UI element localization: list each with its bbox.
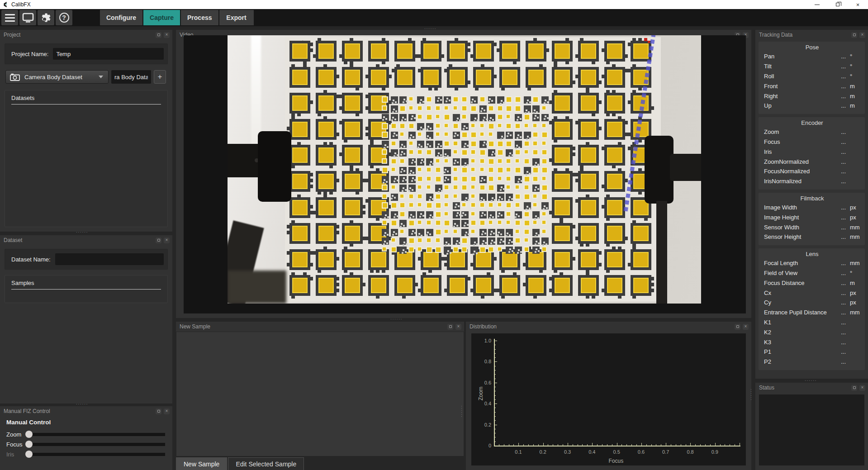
splitter-handle[interactable]: ······ — [460, 406, 464, 418]
close-panel-button[interactable]: × — [164, 408, 170, 414]
board-small-square — [506, 202, 512, 208]
dataset-name-input[interactable] — [55, 253, 164, 265]
restore-button[interactable] — [827, 0, 848, 9]
board-marker-square — [633, 252, 649, 267]
board-marker-tab — [291, 165, 295, 168]
board-small-square — [461, 247, 467, 252]
splitter-handle[interactable]: ······ — [390, 317, 403, 321]
help-button[interactable]: ? — [56, 10, 72, 25]
samples-list[interactable]: Samples — [5, 275, 168, 303]
add-dataset-button[interactable]: + — [154, 70, 166, 84]
board-small-square — [479, 123, 484, 128]
x-axis-tick — [646, 444, 647, 446]
board-marker-tab — [572, 257, 575, 261]
board-marker-tab — [565, 168, 569, 171]
board-marker-tab — [303, 64, 307, 67]
splitter-handle[interactable]: ······ — [805, 378, 817, 383]
float-panel-button[interactable] — [156, 32, 161, 38]
close-panel-button[interactable]: × — [859, 385, 865, 391]
board-aruco-marker — [461, 211, 469, 218]
fiz-panel-title: Manual FIZ Control — [4, 408, 50, 414]
slider-track[interactable] — [29, 433, 165, 436]
x-axis-tick — [661, 444, 661, 446]
board-small-square — [399, 132, 404, 137]
close-panel-button[interactable]: × — [743, 324, 749, 330]
slider-track[interactable] — [29, 453, 165, 456]
menu-button[interactable] — [1, 10, 18, 25]
board-marker-tab — [575, 54, 579, 58]
new-dataset-name-input[interactable] — [111, 70, 151, 84]
slider-handle[interactable] — [25, 431, 33, 438]
float-panel-button[interactable] — [447, 324, 453, 330]
close-panel-button[interactable]: × — [455, 324, 461, 330]
board-marker-tab — [580, 168, 583, 171]
splitter-handle[interactable]: ······ — [424, 26, 436, 31]
board-marker-tab — [370, 270, 374, 273]
close-panel-button[interactable]: × — [164, 237, 170, 243]
slider-handle[interactable] — [25, 441, 33, 448]
tab-new-sample[interactable]: New Sample — [176, 457, 227, 470]
settings-button[interactable] — [38, 10, 54, 25]
board-marker-tab — [434, 87, 438, 90]
board-marker-tab — [625, 237, 628, 240]
float-panel-button[interactable] — [156, 237, 161, 243]
float-panel-button[interactable] — [851, 385, 857, 391]
datasets-list[interactable]: Datasets — [5, 90, 168, 227]
board-marker-tab — [318, 38, 321, 41]
project-name-input[interactable] — [53, 48, 164, 60]
tab-process[interactable]: Process — [181, 10, 218, 25]
board-aruco-marker — [453, 202, 460, 209]
board-small-square — [524, 229, 530, 235]
board-marker-tab — [493, 289, 497, 292]
dataset-type-dropdown[interactable]: Camera Body Dataset — [5, 70, 109, 84]
focus-slider[interactable] — [25, 441, 166, 448]
float-panel-button[interactable] — [851, 32, 857, 38]
board-marker-square — [318, 226, 334, 241]
y-axis-tick — [494, 395, 496, 396]
board-marker-tab — [481, 295, 484, 299]
board-marker-square — [633, 226, 649, 241]
tab-edit-selected-sample[interactable]: Edit Selected Sample — [228, 457, 304, 470]
display-button[interactable] — [19, 10, 36, 25]
board-small-square — [399, 105, 406, 112]
zoom-slider[interactable] — [25, 431, 166, 438]
board-small-square — [488, 220, 493, 225]
tab-capture[interactable]: Capture — [143, 10, 180, 25]
splitter-handle[interactable]: ······ — [749, 389, 754, 401]
x-tick-label: 0.8 — [687, 449, 693, 455]
minimize-button[interactable] — [807, 0, 827, 9]
board-small-square — [541, 247, 547, 252]
slider-handle[interactable] — [25, 451, 33, 458]
board-marker-square — [555, 122, 570, 137]
board-marker-tab — [370, 165, 374, 168]
float-panel-button[interactable] — [735, 324, 740, 330]
board-marker-square — [345, 95, 360, 111]
board-small-square — [541, 123, 546, 128]
splitter-handle[interactable]: ······ — [76, 402, 88, 406]
close-panel-button[interactable]: × — [859, 32, 865, 38]
slider-track[interactable] — [29, 443, 165, 446]
board-marker-tab — [310, 100, 313, 104]
board-marker-square — [607, 147, 622, 163]
board-marker-tab — [632, 220, 636, 223]
close-button[interactable]: × — [848, 0, 868, 9]
board-aruco-marker — [515, 141, 522, 148]
board-small-square — [382, 105, 387, 111]
board-marker-tab — [575, 179, 579, 182]
board-small-square — [417, 105, 422, 111]
tab-configure[interactable]: Configure — [100, 10, 142, 25]
board-small-square — [506, 96, 512, 103]
board-marker-tab — [382, 87, 385, 90]
x-tick-label: 0.5 — [613, 449, 620, 455]
float-panel-button[interactable] — [156, 408, 161, 414]
iris-slider[interactable] — [25, 451, 166, 458]
right-stand-pole — [656, 201, 667, 304]
close-panel-button[interactable]: × — [164, 32, 170, 38]
splitter-handle[interactable]: ······ — [76, 230, 88, 234]
tracking-row-label: Cy — [764, 299, 836, 306]
board-marker-square — [371, 70, 386, 85]
tracking-row-value: ... — [836, 319, 846, 326]
tab-export[interactable]: Export — [219, 10, 254, 25]
board-marker-square — [502, 70, 517, 85]
board-marker-square — [581, 95, 596, 111]
